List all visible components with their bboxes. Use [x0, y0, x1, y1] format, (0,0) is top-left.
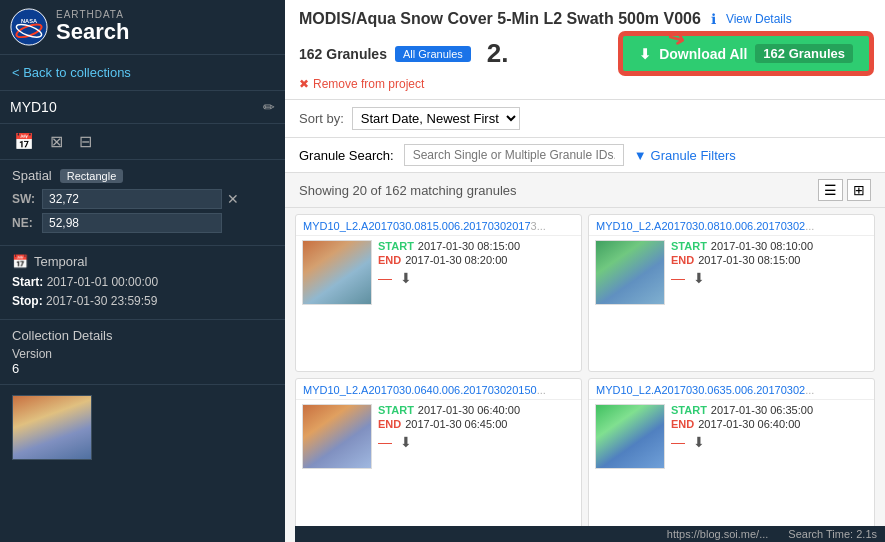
remove-from-project-row[interactable]: ✖ Remove from project	[299, 77, 871, 91]
end-label-4: END	[671, 418, 694, 430]
search-box-row: ✏	[0, 91, 285, 124]
sort-label: Sort by:	[299, 111, 344, 126]
sidebar-thumbnail	[12, 395, 92, 460]
end-value-3: 2017-01-30 06:45:00	[405, 418, 507, 430]
download-granule-icon-3[interactable]: ⬇	[400, 434, 412, 450]
svg-text:NASA: NASA	[21, 18, 37, 24]
start-value-4: 2017-01-30 06:35:00	[711, 404, 813, 416]
granule-card-3: MYD10_L2.A2017030.0640.006.201703020150.…	[295, 378, 582, 536]
ne-coord-row: NE:	[12, 213, 273, 233]
annotation-number: 2.	[487, 38, 509, 69]
sw-coord-row: SW: ✕	[12, 189, 273, 209]
granule-card-2: MYD10_L2.A2017030.0810.006.20170302... S…	[588, 214, 875, 372]
granule-title-1[interactable]: MYD10_L2.A2017030.0815.006.201703020173.…	[296, 215, 581, 236]
remove-granule-icon-4[interactable]: —	[671, 434, 685, 450]
granule-actions-4: — ⬇	[671, 434, 868, 450]
download-granule-icon-4[interactable]: ⬇	[693, 434, 705, 450]
end-label-3: END	[378, 418, 401, 430]
collection-title: MODIS/Aqua Snow Cover 5-Min L2 Swath 500…	[299, 10, 701, 28]
start-value-3: 2017-01-30 06:40:00	[418, 404, 520, 416]
remove-icon: ✖	[299, 77, 309, 91]
start-label-2: START	[671, 240, 707, 252]
granule-info-2: START 2017-01-30 08:10:00 END 2017-01-30…	[671, 240, 868, 305]
download-all-button[interactable]: ⬇ Download All 162 Granules	[621, 34, 871, 73]
temporal-section: 📅 Temporal Start: 2017-01-01 00:00:00 St…	[0, 246, 285, 320]
calendar-icon[interactable]: 📅	[14, 132, 34, 151]
granule-actions-3: — ⬇	[378, 434, 575, 450]
granule-end-row-1: END 2017-01-30 08:20:00	[378, 254, 575, 266]
crop-icon[interactable]: ⊠	[50, 132, 63, 151]
granule-search-input[interactable]	[404, 144, 624, 166]
rectangle-badge: Rectangle	[60, 169, 124, 183]
granule-card-1: MYD10_L2.A2017030.0815.006.201703020173.…	[295, 214, 582, 372]
sw-label: SW:	[12, 192, 42, 206]
app-title-block: EARTHDATA Search	[56, 9, 129, 44]
granule-info-3: START 2017-01-30 06:40:00 END 2017-01-30…	[378, 404, 575, 469]
granule-start-row-2: START 2017-01-30 08:10:00	[671, 240, 868, 252]
remove-granule-icon-2[interactable]: —	[671, 270, 685, 286]
sliders-icon[interactable]: ⊟	[79, 132, 92, 151]
granule-search-row: Granule Search: ▼ Granule Filters	[285, 138, 885, 173]
pencil-icon[interactable]: ✏	[263, 99, 275, 115]
showing-row: Showing 20 of 162 matching granules ☰ ⊞	[285, 173, 885, 208]
sort-select[interactable]: Start Date, Newest First Start Date, Old…	[352, 107, 520, 130]
granule-thumbnail-2	[595, 240, 665, 305]
ne-label: NE:	[12, 216, 42, 230]
download-icon: ⬇	[639, 46, 651, 62]
view-icons: ☰ ⊞	[818, 179, 871, 201]
granule-title-4[interactable]: MYD10_L2.A2017030.0635.006.20170302...	[589, 379, 874, 400]
sidebar: NASA EARTHDATA Search < Back to collecti…	[0, 0, 285, 542]
granule-filters-label: Granule Filters	[651, 148, 736, 163]
info-icon: ℹ	[711, 11, 716, 27]
sidebar-header: NASA EARTHDATA Search	[0, 0, 285, 55]
spatial-label: Spatial	[12, 168, 52, 183]
view-details-link[interactable]: View Details	[726, 12, 792, 26]
granule-body-3: START 2017-01-30 06:40:00 END 2017-01-30…	[296, 400, 581, 473]
granule-thumbnail-3	[302, 404, 372, 469]
spatial-section: Spatial Rectangle SW: ✕ NE:	[0, 160, 285, 246]
calendar-icon-2: 📅	[12, 254, 28, 269]
granule-end-row-4: END 2017-01-30 06:40:00	[671, 418, 868, 430]
granule-body-1: START 2017-01-30 08:15:00 END 2017-01-30…	[296, 236, 581, 309]
grid-view-button[interactable]: ⊞	[847, 179, 871, 201]
granule-filters-button[interactable]: ▼ Granule Filters	[634, 148, 736, 163]
sw-input[interactable]	[42, 189, 222, 209]
granule-actions-1: — ⬇	[378, 270, 575, 286]
remove-granule-icon-3[interactable]: —	[378, 434, 392, 450]
showing-text: Showing 20 of 162 matching granules	[299, 183, 517, 198]
status-bar: https://blog.soi.me/... Search Time: 2.1…	[295, 526, 885, 542]
end-value-4: 2017-01-30 06:40:00	[698, 418, 800, 430]
granule-card-4: MYD10_L2.A2017030.0635.006.20170302... S…	[588, 378, 875, 536]
stop-label: Stop:	[12, 294, 43, 308]
collection-search-input[interactable]	[10, 99, 257, 115]
granule-title-3[interactable]: MYD10_L2.A2017030.0640.006.201703020150.…	[296, 379, 581, 400]
download-granule-count: 162 Granules	[755, 44, 853, 63]
version-value: 6	[12, 361, 273, 376]
start-value-2: 2017-01-30 08:10:00	[711, 240, 813, 252]
start-label: Start:	[12, 275, 43, 289]
download-granule-icon-2[interactable]: ⬇	[693, 270, 705, 286]
start-value: 2017-01-01 00:00:00	[47, 275, 158, 289]
stop-value: 2017-01-30 23:59:59	[46, 294, 157, 308]
status-search-time: Search Time: 2.1s	[788, 528, 877, 540]
sidebar-icons-row: 📅 ⊠ ⊟	[0, 124, 285, 160]
ne-input[interactable]	[42, 213, 222, 233]
list-view-button[interactable]: ☰	[818, 179, 843, 201]
collection-title-row: MODIS/Aqua Snow Cover 5-Min L2 Swath 500…	[299, 10, 871, 28]
status-url: https://blog.soi.me/...	[667, 528, 769, 540]
nasa-logo-icon: NASA	[10, 8, 48, 46]
start-label-4: START	[671, 404, 707, 416]
main-content: MODIS/Aqua Snow Cover 5-Min L2 Swath 500…	[285, 0, 885, 542]
remove-granule-icon-1[interactable]: —	[378, 270, 392, 286]
granule-start-row-3: START 2017-01-30 06:40:00	[378, 404, 575, 416]
sw-clear-icon[interactable]: ✕	[227, 191, 239, 207]
granule-info-4: START 2017-01-30 06:35:00 END 2017-01-30…	[671, 404, 868, 469]
app-search-title: Search	[56, 20, 129, 44]
download-granule-icon-1[interactable]: ⬇	[400, 270, 412, 286]
granule-title-2[interactable]: MYD10_L2.A2017030.0810.006.20170302...	[589, 215, 874, 236]
start-value-1: 2017-01-30 08:15:00	[418, 240, 520, 252]
granule-actions-2: — ⬇	[671, 270, 868, 286]
collection-details-section: Collection Details Version 6	[0, 320, 285, 385]
sort-row: Sort by: Start Date, Newest First Start …	[285, 100, 885, 138]
back-to-collections-link[interactable]: < Back to collections	[0, 55, 285, 91]
